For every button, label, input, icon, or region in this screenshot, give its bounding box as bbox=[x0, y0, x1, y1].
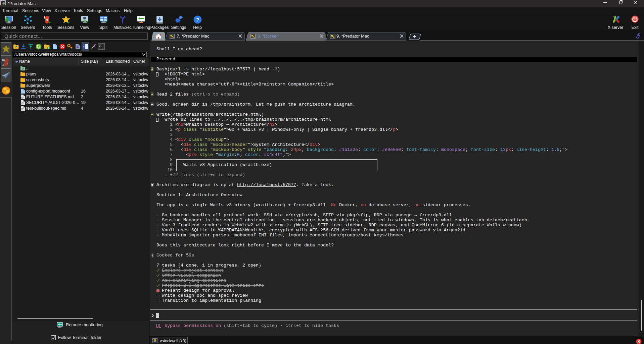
svg-text:A: A bbox=[76, 45, 79, 49]
svg-text:?: ? bbox=[196, 17, 199, 22]
